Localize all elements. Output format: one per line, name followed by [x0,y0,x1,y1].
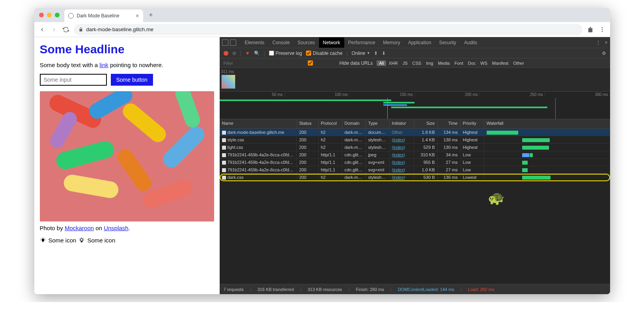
lock-icon [78,27,83,32]
maximize-window-button[interactable] [55,13,60,17]
devtools-tab-security[interactable]: Security [435,38,460,48]
titlebar: Dark Mode Baseline × + [34,8,610,22]
filter-pill-js[interactable]: JS [400,60,410,66]
address-bar[interactable]: dark-mode-baseline.glitch.me [74,24,582,35]
devtools-tab-memory[interactable]: Memory [379,38,404,48]
page-content: Some Headline Some body text with a link… [34,37,220,294]
filter-pill-css[interactable]: CSS [410,60,424,66]
filter-pill-other[interactable]: Other [511,60,526,66]
forward-button[interactable] [50,26,58,34]
filter-icon[interactable]: ▼ [245,51,250,56]
svg-rect-0 [588,28,592,32]
browser-tab[interactable]: Dark Mode Baseline × [64,9,143,22]
clear-button[interactable]: ⊘ [232,51,236,56]
devtools-tab-network[interactable]: Network [319,38,344,48]
status-bar: 7 requests | 316 KB transferred | 313 KB… [220,284,610,294]
network-table-header: Name Status Protocol Domain Type Initiat… [220,119,610,129]
window-controls [39,13,60,17]
network-row[interactable]: dark-mode-baseline.glitch.me200h2dark-mo… [220,129,610,136]
network-row[interactable]: light.css200h2dark-mo…stylesheet(index)5… [220,144,610,151]
icon-row: Some icon Some icon [40,237,214,244]
disable-cache-checkbox[interactable]: Disable cache [306,51,342,56]
devtools-tab-console[interactable]: Console [269,38,294,48]
svg-rect-6 [42,241,43,242]
minimize-window-button[interactable] [47,13,52,17]
svg-point-3 [601,29,603,30]
network-row[interactable]: 791b2241-459b-4a2e-8cca-c0fdc2…200http/1… [220,151,610,159]
filter-pill-font[interactable]: Font [452,60,465,66]
devtools-tab-sources[interactable]: Sources [294,38,319,48]
devtools-more-icon[interactable]: ⋮ [596,40,601,45]
filter-pill-ws[interactable]: WS [478,60,490,66]
devtools-tabs: ElementsConsoleSourcesNetworkPerformance… [220,37,610,48]
back-button[interactable] [38,26,46,34]
url-text: dark-mode-baseline.glitch.me [86,26,154,32]
extensions-icon[interactable] [586,26,594,34]
record-button[interactable] [224,51,228,56]
search-icon[interactable]: 🔍 [254,51,260,56]
bulb-icon [78,237,85,244]
photo-credit: Photo by Mockaroon on Unsplash. [40,225,214,231]
page-headline: Some Headline [40,43,214,56]
svg-line-11 [45,238,45,238]
settings-icon[interactable]: ⚙ [602,51,606,56]
devtools-panel: ElementsConsoleSourcesNetworkPerformance… [220,37,610,294]
devtools-tab-application[interactable]: Application [404,38,435,48]
sample-input[interactable] [40,74,107,86]
network-row[interactable]: 791b2241-459b-4a2e-8cca-c0fdc2…200http/1… [220,159,610,166]
filter-input[interactable] [224,61,279,66]
svg-line-18 [83,238,84,238]
filmstrip: 311 ms [220,68,610,92]
filter-bar: Hide data URLs AllXHRJSCSSImgMediaFontDo… [220,58,610,68]
filter-pill-media[interactable]: Media [436,60,452,66]
filter-pill-manifest[interactable]: Manifest [490,60,511,66]
browser-window: Dark Mode Baseline × + dark-mode-baselin… [34,8,610,294]
close-window-button[interactable] [39,13,44,17]
svg-line-17 [80,238,80,238]
sample-button[interactable]: Some button [111,74,153,86]
body-link[interactable]: link [99,62,108,68]
filter-pill-img[interactable]: Img [424,60,435,66]
download-icon[interactable]: ⬇ [382,51,386,56]
throttle-select[interactable]: Online ▼ [352,51,370,56]
hero-image [40,91,214,221]
hide-data-urls-checkbox[interactable]: Hide data URLs [283,60,373,66]
devtools-close-icon[interactable]: × [605,40,607,45]
preserve-log-checkbox[interactable]: Preserve log [269,51,302,56]
inspect-icon[interactable] [222,39,228,46]
network-row[interactable]: 791b2241-459b-4a2e-8cca-c0fdc2…200http/1… [220,166,610,174]
svg-point-4 [601,31,603,32]
body-text: Some body text with a link pointing to n… [40,62,214,68]
network-row[interactable]: dark.css200h2dark-mo…stylesheet(index)53… [220,174,610,181]
upload-icon[interactable]: ⬆ [374,51,378,56]
svg-point-2 [601,27,603,28]
photo-author-link[interactable]: Mockaroon [65,225,94,231]
network-row[interactable]: style.css200h2dark-mo…stylesheet(index)1… [220,136,610,144]
devtools-tab-audits[interactable]: Audits [460,38,481,48]
turtle-icon: 🐢 [488,190,504,206]
network-toolbar: ⊘ | ▼ 🔍 | Preserve log Disable cache | O… [220,48,610,58]
bulb-icon [40,237,46,244]
menu-icon[interactable] [598,26,606,34]
browser-toolbar: dark-mode-baseline.glitch.me [34,22,610,37]
network-table-body: 🐢 dark-mode-baseline.glitch.me200h2dark-… [220,129,610,284]
tab-title: Dark Mode Baseline [77,13,119,19]
reload-button[interactable] [62,26,70,34]
device-icon[interactable] [230,39,236,46]
filter-pill-all[interactable]: All [377,60,386,66]
svg-point-5 [41,238,44,241]
filter-pill-xhr[interactable]: XHR [386,60,400,66]
svg-line-10 [41,238,41,238]
timeline-overview[interactable]: 50 ms100 ms150 ms200 ms250 ms300 ms [220,92,610,119]
devtools-tab-performance[interactable]: Performance [344,38,379,48]
photo-site-link[interactable]: Unsplash [104,225,129,231]
filter-pill-doc[interactable]: Doc [465,60,478,66]
devtools-tab-elements[interactable]: Elements [241,38,269,48]
svg-rect-1 [590,27,591,28]
globe-icon [68,13,74,19]
close-tab-icon[interactable]: × [136,13,139,19]
filmstrip-thumb[interactable] [221,75,235,89]
new-tab-button[interactable]: + [146,9,157,21]
